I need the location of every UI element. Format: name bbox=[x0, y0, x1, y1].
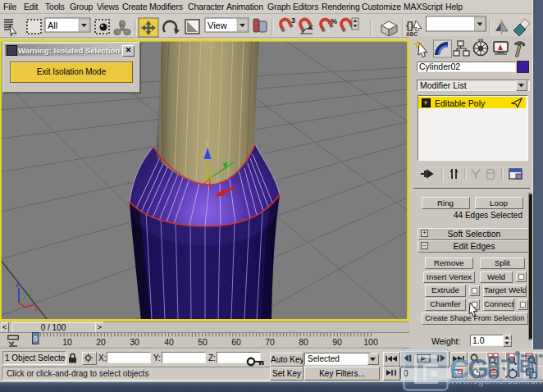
svg-text:z: z bbox=[16, 281, 19, 289]
svg-text:%: % bbox=[331, 17, 337, 25]
svg-text:y: y bbox=[29, 288, 32, 295]
svg-text:80: 80 bbox=[299, 337, 308, 347]
svg-text:All: All bbox=[48, 21, 57, 30]
svg-text:70: 70 bbox=[265, 337, 275, 347]
svg-text:60: 60 bbox=[231, 337, 241, 347]
svg-text:30: 30 bbox=[130, 337, 139, 347]
svg-text:3: 3 bbox=[291, 16, 295, 25]
svg-text:40: 40 bbox=[164, 337, 174, 347]
svg-text:20: 20 bbox=[96, 337, 106, 347]
svg-text:100: 100 bbox=[363, 337, 378, 347]
svg-text:View: View bbox=[208, 21, 227, 30]
svg-text:10: 10 bbox=[62, 337, 72, 347]
svg-text:0: 0 bbox=[34, 335, 38, 343]
svg-text:x: x bbox=[34, 305, 38, 312]
svg-text:50: 50 bbox=[198, 337, 208, 347]
svg-text:z: z bbox=[205, 139, 208, 147]
svg-text:90: 90 bbox=[332, 337, 342, 347]
svg-text:{}: {} bbox=[406, 20, 414, 31]
